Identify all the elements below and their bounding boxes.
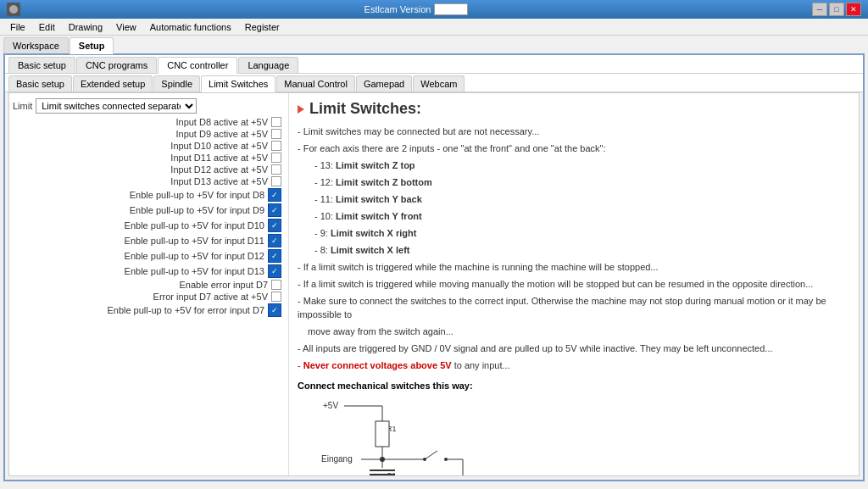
mechanical-circuit: +5V R1 Eingang <box>314 396 850 475</box>
pullup-d8-checkbox[interactable]: ✓ <box>268 188 281 202</box>
error-d7-checkbox[interactable] <box>271 280 281 290</box>
info-line-13: - All inputs are triggered by GND / 0V s… <box>298 342 850 355</box>
menu-register[interactable]: Register <box>238 20 287 34</box>
pullup-d12-row: Enble pull-up to +5V for input D12 ✓ <box>13 249 285 263</box>
error-d7-active-checkbox[interactable] <box>271 292 281 302</box>
pullup-error-d7-label: Enble pull-up to +5V for error input D7 <box>107 305 264 315</box>
window-controls: ─ □ ✕ <box>812 3 861 16</box>
pullup-d13-label: Enble pull-up to +5V for input D13 <box>125 266 264 276</box>
mechanical-title: Connect mechanical switches this way: <box>298 381 850 391</box>
tab-cnc-programs[interactable]: CNC programs <box>76 57 157 73</box>
tab-cnc-controller[interactable]: CNC controller <box>158 57 237 74</box>
menu-view[interactable]: View <box>109 20 143 34</box>
pullup-d10-label: Enble pull-up to +5V for input D10 <box>125 220 264 231</box>
input-d9-checkbox[interactable] <box>271 129 281 139</box>
svg-point-16 <box>423 458 426 461</box>
pullup-d8-label: Enble pull-up to +5V for input D8 <box>130 190 264 200</box>
tab-extended-setup[interactable]: Extended setup <box>73 75 153 92</box>
info-line-14: - Never connect voltages above 5V to any… <box>298 358 850 372</box>
info-line-4: - 12: Limit switch Z bottom <box>298 175 850 189</box>
limit-label: Limit <box>13 101 32 111</box>
svg-point-0 <box>9 5 18 14</box>
error-d7-row: Enable error input D7 <box>13 280 285 290</box>
input-d9-row: Input D9 active at +5V <box>13 129 285 139</box>
minimize-button[interactable]: ─ <box>812 3 827 16</box>
input-d10-label: Input D10 active at +5V <box>170 141 268 151</box>
error-d7-active-label: Error input D7 active at +5V <box>153 292 268 302</box>
info-line-11: - Make sure to connect the switches to t… <box>298 294 850 321</box>
maximize-button[interactable]: □ <box>829 3 844 16</box>
input-d10-row: Input D10 active at +5V <box>13 141 285 151</box>
input-d13-row: Input D13 active at +5V <box>13 176 285 186</box>
info-line-9: - If a limit switch is triggered while t… <box>298 260 850 274</box>
pullup-d9-checkbox[interactable]: ✓ <box>268 203 281 217</box>
tab-webcam[interactable]: Webcam <box>413 75 465 92</box>
input-d13-checkbox[interactable] <box>271 176 281 186</box>
pullup-d12-checkbox[interactable]: ✓ <box>268 249 281 263</box>
main-content: Limit Limit switches connected separatel… <box>8 92 860 476</box>
tab-limit-switches[interactable]: Limit Switches <box>201 75 275 92</box>
info-line-3: - 13: Limit switch Z top <box>298 158 850 172</box>
input-d8-checkbox[interactable] <box>271 117 281 127</box>
menu-automatic-functions[interactable]: Automatic functions <box>143 20 238 34</box>
input-d12-label: Input D12 active at +5V <box>170 164 268 175</box>
info-line-8: - 8: Limit switch X left <box>298 243 850 257</box>
info-line-10: - If a limit switch is triggered while m… <box>298 277 850 291</box>
pullup-d11-label: Enble pull-up to +5V for input D11 <box>125 236 264 246</box>
tab-basic-setup-2[interactable]: Basic setup <box>8 75 72 92</box>
input-d11-label: Input D11 active at +5V <box>170 153 268 163</box>
pullup-d10-checkbox[interactable]: ✓ <box>268 219 281 232</box>
title-text: Estlcam Version <box>20 3 812 15</box>
info-line-5: - 11: Limit switch Y back <box>298 192 850 206</box>
pullup-d10-row: Enble pull-up to +5V for input D10 ✓ <box>13 219 285 232</box>
limit-dropdown[interactable]: Limit switches connected separately <box>36 98 197 114</box>
svg-text:Eingang: Eingang <box>321 454 353 464</box>
pullup-d12-label: Enble pull-up to +5V for input D12 <box>125 251 264 261</box>
pullup-error-d7-checkbox[interactable]: ✓ <box>268 303 281 317</box>
section-title: Limit Switches: <box>298 100 850 118</box>
pullup-d13-row: Enble pull-up to +5V for input D13 ✓ <box>13 264 285 278</box>
menu-edit[interactable]: Edit <box>32 20 62 34</box>
input-d8-label: Input D8 active at +5V <box>175 117 268 127</box>
error-d7-active-row: Error input D7 active at +5V <box>13 292 285 302</box>
tab-basic-setup[interactable]: Basic setup <box>8 57 75 73</box>
pullup-d11-checkbox[interactable]: ✓ <box>268 234 281 247</box>
third-tab-bar: Basic setup Extended setup Spindle Limit… <box>5 74 863 92</box>
input-d11-checkbox[interactable] <box>271 153 281 163</box>
menu-drawing[interactable]: Drawing <box>62 20 109 34</box>
input-d12-row: Input D12 active at +5V <box>13 164 285 175</box>
tab-workspace[interactable]: Workspace <box>3 37 69 53</box>
mechanical-section: Connect mechanical switches this way: +5… <box>298 381 850 475</box>
menu-bar: File Edit Drawing View Automatic functio… <box>0 19 868 36</box>
info-line-2: - For each axis there are 2 inputs - one… <box>298 142 850 155</box>
close-button[interactable]: ✕ <box>846 3 861 16</box>
version-box <box>434 3 468 15</box>
svg-line-15 <box>425 451 437 459</box>
tab-language[interactable]: Language <box>238 57 298 73</box>
title-bar: Estlcam Version ─ □ ✕ <box>0 0 868 19</box>
right-panel: Limit Switches: - Limit switches may be … <box>289 93 859 475</box>
info-line-7: - 9: Limit switch X right <box>298 226 850 240</box>
pullup-d9-row: Enble pull-up to +5V for input D9 ✓ <box>13 203 285 217</box>
pullup-d8-row: Enble pull-up to +5V for input D8 ✓ <box>13 188 285 202</box>
top-tab-bar: Workspace Setup <box>0 36 868 53</box>
tab-gamepad[interactable]: Gamepad <box>356 75 412 92</box>
left-panel: Limit Limit switches connected separatel… <box>9 93 289 475</box>
menu-file[interactable]: File <box>3 20 32 34</box>
svg-rect-5 <box>376 421 389 447</box>
input-d8-row: Input D8 active at +5V <box>13 117 285 127</box>
tab-manual-control[interactable]: Manual Control <box>276 75 355 92</box>
input-d10-checkbox[interactable] <box>271 141 281 151</box>
pullup-error-d7-row: Enble pull-up to +5V for error input D7 … <box>13 303 285 317</box>
tab-spindle[interactable]: Spindle <box>153 75 200 92</box>
info-line-6: - 10: Limit switch Y front <box>298 209 850 223</box>
info-line-1: - Limit switches may be connected but ar… <box>298 125 850 138</box>
pullup-d11-row: Enble pull-up to +5V for input D11 ✓ <box>13 234 285 247</box>
tab-setup[interactable]: Setup <box>70 37 114 54</box>
second-tab-bar: Basic setup CNC programs CNC controller … <box>5 55 863 74</box>
pullup-d9-label: Enble pull-up to +5V for input D9 <box>130 205 264 215</box>
app-icon <box>7 3 20 16</box>
pullup-d13-checkbox[interactable]: ✓ <box>268 264 281 278</box>
input-d12-checkbox[interactable] <box>271 164 281 175</box>
info-line-12: move away from the switch again... <box>298 325 850 338</box>
